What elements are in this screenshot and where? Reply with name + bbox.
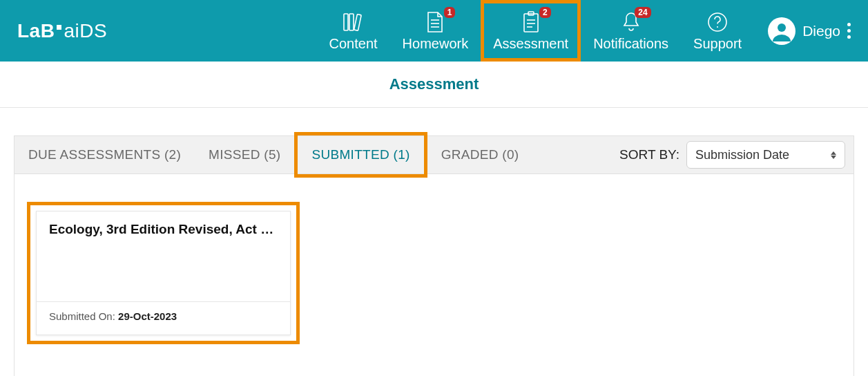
svg-rect-0 bbox=[344, 14, 348, 30]
tab-graded[interactable]: GRADED (0) bbox=[427, 135, 533, 174]
tab-area: DUE ASSESSMENTS (2) MISSED (5) SUBMITTED… bbox=[0, 108, 868, 376]
sort-label: SORT BY: bbox=[619, 147, 679, 162]
nav-homework[interactable]: 1 Homework bbox=[390, 0, 481, 62]
tab-submitted[interactable]: SUBMITTED (1) bbox=[294, 132, 427, 178]
assessment-card[interactable]: Ecology, 3rd Edition Revised, Act 1… Sub… bbox=[36, 211, 291, 335]
card-highlight: Ecology, 3rd Edition Revised, Act 1… Sub… bbox=[27, 202, 300, 344]
nav-content[interactable]: Content bbox=[317, 0, 390, 62]
nav-links: Content 1 Homework bbox=[317, 0, 755, 62]
svg-rect-6 bbox=[524, 14, 538, 32]
submitted-prefix: Submitted On: bbox=[49, 310, 118, 322]
nav-notifications[interactable]: 24 Notifications bbox=[581, 0, 681, 62]
nav-assessment-label: Assessment bbox=[493, 36, 568, 52]
card-grid: Ecology, 3rd Edition Revised, Act 1… Sub… bbox=[14, 174, 854, 376]
books-icon bbox=[342, 10, 365, 34]
clipboard-icon bbox=[521, 10, 541, 34]
sort-select[interactable]: Submission Date bbox=[686, 141, 845, 169]
username: Diego bbox=[802, 23, 840, 39]
brand-dot-icon bbox=[57, 25, 61, 30]
card-title: Ecology, 3rd Edition Revised, Act 1… bbox=[49, 222, 278, 237]
assessment-badge: 2 bbox=[539, 7, 551, 18]
tab-due[interactable]: DUE ASSESSMENTS (2) bbox=[15, 135, 195, 174]
tab-missed[interactable]: MISSED (5) bbox=[195, 135, 294, 174]
avatar bbox=[768, 17, 795, 45]
nav-assessment[interactable]: 2 Assessment bbox=[481, 0, 581, 62]
tab-bar: DUE ASSESSMENTS (2) MISSED (5) SUBMITTED… bbox=[14, 135, 854, 174]
document-icon bbox=[425, 10, 445, 34]
svg-point-12 bbox=[717, 26, 718, 28]
sort-group: SORT BY: Submission Date bbox=[619, 141, 845, 169]
kebab-icon bbox=[847, 23, 851, 39]
submitted-date: 29-Oct-2023 bbox=[118, 310, 177, 322]
nav-content-label: Content bbox=[329, 36, 378, 52]
brand-right: aiDS bbox=[64, 20, 107, 42]
nav-support-label: Support bbox=[693, 36, 742, 52]
sort-value: Submission Date bbox=[695, 148, 789, 162]
nav-support[interactable]: Support bbox=[681, 0, 754, 62]
brand-logo: LaB aiDS bbox=[17, 20, 107, 42]
nav-homework-label: Homework bbox=[403, 36, 469, 52]
notifications-badge: 24 bbox=[635, 7, 650, 18]
user-menu[interactable]: Diego bbox=[768, 17, 851, 45]
brand-left: LaB bbox=[17, 20, 55, 42]
help-icon bbox=[706, 11, 729, 33]
svg-point-13 bbox=[778, 24, 786, 32]
svg-rect-1 bbox=[349, 14, 354, 30]
homework-badge: 1 bbox=[444, 7, 456, 18]
nav-notifications-label: Notifications bbox=[593, 36, 668, 52]
sort-caret-icon bbox=[831, 151, 836, 159]
top-nav: LaB aiDS Content bbox=[0, 0, 868, 62]
page-title: Assessment bbox=[0, 62, 868, 108]
svg-rect-2 bbox=[354, 15, 361, 31]
card-footer: Submitted On: 29-Oct-2023 bbox=[37, 301, 290, 335]
